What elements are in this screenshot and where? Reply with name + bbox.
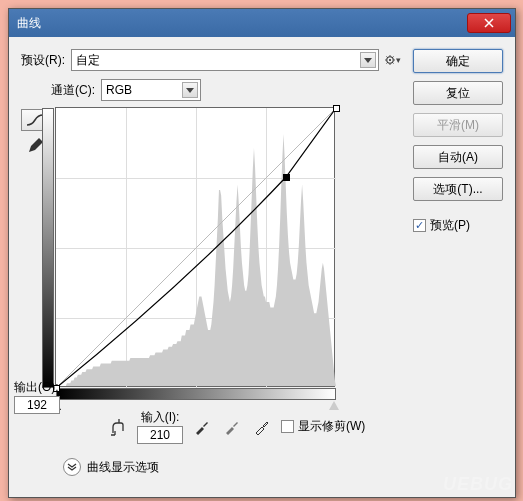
chevron-down-icon — [182, 82, 198, 98]
preset-dropdown[interactable]: 自定 — [71, 49, 379, 71]
input-input[interactable] — [137, 426, 183, 444]
gray-eyedropper[interactable] — [221, 416, 243, 438]
smooth-button: 平滑(M) — [413, 113, 503, 137]
output-input[interactable] — [14, 396, 60, 414]
preset-label: 预设(R): — [21, 52, 65, 69]
expand-curve-options[interactable] — [63, 458, 81, 476]
options-button[interactable]: 选项(T)... — [413, 177, 503, 201]
pencil-icon — [27, 138, 43, 154]
curves-dialog: 曲线 预设(R): 自定 ▾ 通道(C): — [8, 8, 516, 498]
channel-dropdown[interactable]: RGB — [101, 79, 201, 101]
titlebar[interactable]: 曲线 — [9, 9, 515, 37]
output-gradient — [42, 108, 54, 388]
input-label: 输入(I): — [141, 409, 180, 426]
ok-button[interactable]: 确定 — [413, 49, 503, 73]
chevron-down-icon — [360, 52, 376, 68]
channel-label: 通道(C): — [51, 82, 95, 99]
watermark: UEBUG — [443, 474, 513, 495]
close-icon — [484, 18, 494, 28]
svg-point-1 — [389, 59, 391, 61]
white-point-slider[interactable] — [329, 401, 339, 410]
chevrons-down-icon — [67, 463, 77, 471]
close-button[interactable] — [467, 13, 511, 33]
auto-button[interactable]: 自动(A) — [413, 145, 503, 169]
curve-display-options-label: 曲线显示选项 — [87, 459, 159, 476]
channel-value: RGB — [106, 83, 132, 97]
black-eyedropper[interactable] — [191, 416, 213, 438]
white-eyedropper[interactable] — [251, 416, 273, 438]
reset-button[interactable]: 复位 — [413, 81, 503, 105]
curve-handle[interactable] — [333, 105, 340, 112]
preset-menu-button[interactable]: ▾ — [385, 52, 401, 68]
show-clipping-label: 显示修剪(W) — [298, 418, 365, 435]
curve-handle[interactable] — [283, 174, 290, 181]
show-clipping-checkbox[interactable] — [281, 420, 294, 433]
output-label: 输出(O): — [14, 379, 64, 396]
preview-checkbox[interactable] — [413, 219, 426, 232]
preset-value: 自定 — [76, 52, 100, 69]
window-title: 曲线 — [13, 15, 467, 32]
curves-graph[interactable]: 输出(O): — [55, 107, 335, 387]
histogram — [56, 106, 336, 386]
preview-label: 预览(P) — [430, 217, 470, 234]
target-adjust-tool[interactable] — [109, 417, 129, 437]
input-gradient — [56, 388, 336, 400]
